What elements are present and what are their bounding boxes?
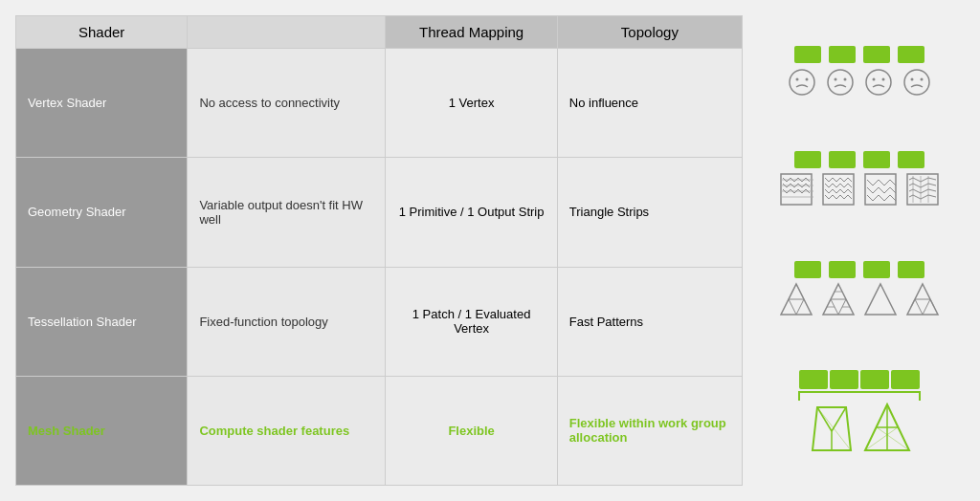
green-rect-icon <box>794 151 821 168</box>
shader-note-vertex: No access to connectivity <box>188 49 386 158</box>
header-shader: Shader <box>16 16 188 49</box>
green-rect-icon <box>863 46 890 63</box>
green-rect-icon <box>891 370 920 389</box>
sad-face-icon <box>863 67 894 98</box>
svg-line-37 <box>817 407 832 431</box>
svg-point-3 <box>828 70 853 95</box>
green-rect-icon <box>898 46 924 63</box>
table-row-mesh: Mesh Shader Compute shader features Flex… <box>16 376 743 485</box>
mesh-shape-icon <box>808 403 856 455</box>
svg-point-1 <box>796 78 799 81</box>
green-rect-icon <box>829 46 856 63</box>
tess-shader-icons <box>754 261 965 316</box>
svg-line-35 <box>930 299 934 307</box>
green-rect-icon <box>799 370 828 389</box>
sad-face-icon <box>902 67 932 98</box>
shader-note-tess: Fixed-function topology <box>188 267 386 376</box>
svg-point-11 <box>921 78 924 81</box>
shader-note-geometry: Variable output doesn't fit HW well <box>188 158 386 267</box>
svg-point-9 <box>904 70 929 95</box>
header-topology: Topology <box>557 16 742 49</box>
table-row: Tessellation Shader Fixed-function topol… <box>16 267 743 376</box>
topology-geometry: Triangle Strips <box>557 158 742 267</box>
icons-section <box>754 15 965 486</box>
vertex-shader-icons <box>754 46 965 98</box>
tess-triangle-row <box>779 282 940 316</box>
svg-point-2 <box>806 78 809 81</box>
green-rect-icon <box>829 151 856 168</box>
svg-point-4 <box>835 78 837 81</box>
thread-vertex: 1 Vertex <box>386 49 557 158</box>
table-row: Vertex Shader No access to connectivity … <box>16 49 743 158</box>
svg-point-6 <box>866 70 891 95</box>
vertex-smiley-row <box>787 67 932 98</box>
topology-tess: Fast Patterns <box>557 267 742 376</box>
svg-line-18 <box>789 299 796 315</box>
shader-note-mesh: Compute shader features <box>188 376 386 485</box>
geometry-zigzag-row <box>779 172 940 207</box>
mesh-green-bar <box>799 370 920 389</box>
main-container: Shader Thread Mapping Topology Vertex Sh… <box>0 0 980 501</box>
green-rect-icon <box>829 261 856 278</box>
table-row: Geometry Shader Variable output doesn't … <box>16 158 743 267</box>
green-rect-icon <box>863 151 890 168</box>
svg-point-10 <box>911 78 914 81</box>
svg-point-0 <box>790 70 814 95</box>
triangle-icon <box>863 282 898 316</box>
thread-tess: 1 Patch / 1 Evaluated Vertex <box>386 267 557 376</box>
svg-line-21 <box>796 284 804 299</box>
header-thread: Thread Mapping <box>386 16 557 49</box>
subdivided-triangle-icon <box>779 282 813 316</box>
svg-line-33 <box>923 299 930 315</box>
tess-green-rects <box>794 261 924 278</box>
svg-line-32 <box>915 299 923 315</box>
svg-point-7 <box>873 78 876 81</box>
mesh-shape-row <box>808 403 911 455</box>
geometry-shader-icons <box>754 151 965 207</box>
zigzag-rect-icon <box>779 172 813 207</box>
bracket-line <box>798 391 921 393</box>
green-rect-icon <box>898 261 924 278</box>
thread-mesh: Flexible <box>386 376 557 485</box>
vertex-green-rects <box>794 46 924 63</box>
header-empty <box>188 16 386 49</box>
green-rect-icon <box>860 370 889 389</box>
sad-face-icon <box>825 67 856 98</box>
topology-mesh: Flexible within work group allocation <box>557 376 742 485</box>
svg-point-8 <box>882 78 885 81</box>
sad-face-icon <box>787 67 817 98</box>
shader-name-vertex: Vertex Shader <box>16 49 188 158</box>
shader-name-geometry: Geometry Shader <box>16 158 188 267</box>
green-rect-icon <box>794 46 821 63</box>
shader-name-tess: Tessellation Shader <box>16 267 188 376</box>
subdivided-triangle-icon <box>821 282 856 316</box>
table-section: Shader Thread Mapping Topology Vertex Sh… <box>15 15 743 486</box>
zigzag-rect-icon <box>821 172 856 207</box>
svg-marker-29 <box>865 284 896 315</box>
green-rect-icon <box>863 261 890 278</box>
subdivided-triangle-icon <box>905 282 940 316</box>
shader-name-mesh: Mesh Shader <box>16 376 188 485</box>
svg-line-34 <box>911 299 915 307</box>
svg-line-38 <box>832 407 846 431</box>
topology-vertex: No influence <box>557 49 742 158</box>
comparison-table: Shader Thread Mapping Topology Vertex Sh… <box>15 15 743 486</box>
zigzag-rect-icon <box>863 172 898 207</box>
geometry-green-rects <box>794 151 924 168</box>
svg-line-20 <box>789 284 796 299</box>
svg-line-19 <box>796 299 804 315</box>
svg-point-5 <box>844 78 847 81</box>
green-rect-icon <box>794 261 821 278</box>
zigzag-rect-icon <box>905 172 940 207</box>
green-rect-icon <box>830 370 858 389</box>
green-rect-icon <box>898 151 924 168</box>
mesh-shader-icons <box>754 370 965 455</box>
mesh-wide-bar <box>798 370 921 393</box>
mesh-shape-icon <box>863 403 911 455</box>
thread-geometry: 1 Primitive / 1 Output Strip <box>386 158 557 267</box>
